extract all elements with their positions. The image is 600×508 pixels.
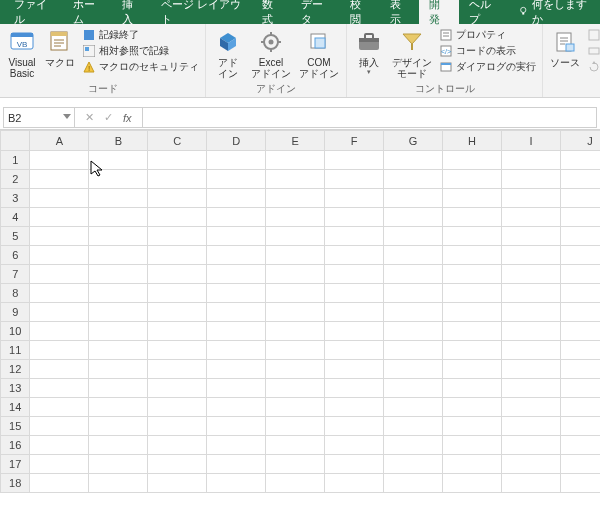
cell[interactable] [501, 189, 560, 208]
cell[interactable] [325, 284, 384, 303]
cell[interactable] [560, 303, 600, 322]
row-header[interactable]: 5 [1, 227, 30, 246]
cell[interactable] [325, 360, 384, 379]
cell[interactable] [148, 436, 207, 455]
cell[interactable] [560, 360, 600, 379]
stop-recording-button[interactable]: 記録終了 [80, 27, 201, 43]
cell[interactable] [266, 265, 325, 284]
cell[interactable] [266, 151, 325, 170]
tab-developer[interactable]: 開発 [419, 0, 458, 24]
cell[interactable] [266, 417, 325, 436]
cell[interactable] [560, 227, 600, 246]
cell[interactable] [148, 474, 207, 493]
cell[interactable] [89, 455, 148, 474]
xml-source-button[interactable]: ソース [547, 26, 583, 70]
formula-input[interactable] [143, 107, 597, 128]
cell[interactable] [501, 455, 560, 474]
view-code-button[interactable]: </> コードの表示 [437, 43, 538, 59]
row-header[interactable]: 2 [1, 170, 30, 189]
column-header[interactable]: E [266, 131, 325, 151]
cell[interactable] [30, 360, 89, 379]
cell[interactable] [266, 189, 325, 208]
insert-control-button[interactable]: 挿入 ▾ [351, 26, 387, 78]
cell[interactable] [266, 436, 325, 455]
cell[interactable] [148, 265, 207, 284]
row-header[interactable]: 8 [1, 284, 30, 303]
cell[interactable] [30, 303, 89, 322]
cell[interactable] [148, 303, 207, 322]
cell[interactable] [89, 341, 148, 360]
cell[interactable] [30, 417, 89, 436]
cell[interactable] [325, 322, 384, 341]
cell[interactable] [30, 436, 89, 455]
cell[interactable] [384, 341, 443, 360]
xml-refresh-button[interactable]: データの更新 [585, 59, 600, 75]
cell[interactable] [207, 379, 266, 398]
cell[interactable] [443, 436, 502, 455]
cell[interactable] [89, 417, 148, 436]
cell[interactable] [207, 398, 266, 417]
row-header[interactable]: 12 [1, 360, 30, 379]
cell[interactable] [266, 398, 325, 417]
row-header[interactable]: 7 [1, 265, 30, 284]
row-header[interactable]: 10 [1, 322, 30, 341]
cell[interactable] [325, 265, 384, 284]
cell[interactable] [148, 360, 207, 379]
cell[interactable] [443, 341, 502, 360]
chevron-down-icon[interactable] [63, 114, 71, 119]
cell[interactable] [501, 227, 560, 246]
cell[interactable] [207, 284, 266, 303]
cell[interactable] [207, 360, 266, 379]
column-header[interactable]: C [148, 131, 207, 151]
cell[interactable] [207, 246, 266, 265]
row-header[interactable]: 18 [1, 474, 30, 493]
cell[interactable] [207, 455, 266, 474]
cell[interactable] [325, 417, 384, 436]
cell[interactable] [148, 398, 207, 417]
cell[interactable] [148, 246, 207, 265]
tab-home[interactable]: ホーム [63, 0, 112, 24]
cell[interactable] [384, 189, 443, 208]
cell[interactable] [30, 341, 89, 360]
cell[interactable] [384, 303, 443, 322]
row-header[interactable]: 13 [1, 379, 30, 398]
cell[interactable] [560, 474, 600, 493]
cell[interactable] [148, 379, 207, 398]
cell[interactable] [443, 455, 502, 474]
cell[interactable] [501, 341, 560, 360]
cell[interactable] [384, 379, 443, 398]
cell[interactable] [30, 151, 89, 170]
cell[interactable] [89, 151, 148, 170]
row-header[interactable]: 4 [1, 208, 30, 227]
cell[interactable] [560, 170, 600, 189]
cell[interactable] [325, 341, 384, 360]
cell[interactable] [384, 227, 443, 246]
cell[interactable] [384, 455, 443, 474]
macros-button[interactable]: マクロ [42, 26, 78, 70]
tab-page-layout[interactable]: ページ レイアウト [151, 0, 251, 24]
cell[interactable] [30, 455, 89, 474]
xml-expansion-button[interactable]: 拡張パック [585, 43, 600, 59]
cell[interactable] [501, 303, 560, 322]
cell[interactable] [325, 303, 384, 322]
cell[interactable] [443, 246, 502, 265]
column-header[interactable]: A [30, 131, 89, 151]
cell[interactable] [501, 322, 560, 341]
cell[interactable] [560, 417, 600, 436]
cell[interactable] [443, 227, 502, 246]
cell[interactable] [30, 284, 89, 303]
cell[interactable] [89, 208, 148, 227]
relative-reference-button[interactable]: 相対参照で記録 [80, 43, 201, 59]
cell[interactable] [325, 246, 384, 265]
cell[interactable] [560, 341, 600, 360]
cell[interactable] [207, 303, 266, 322]
cell[interactable] [30, 379, 89, 398]
cell[interactable] [501, 265, 560, 284]
cell[interactable] [501, 170, 560, 189]
cell[interactable] [443, 379, 502, 398]
cell[interactable] [443, 208, 502, 227]
cell[interactable] [560, 265, 600, 284]
cell[interactable] [207, 341, 266, 360]
cell[interactable] [325, 227, 384, 246]
cell[interactable] [560, 208, 600, 227]
